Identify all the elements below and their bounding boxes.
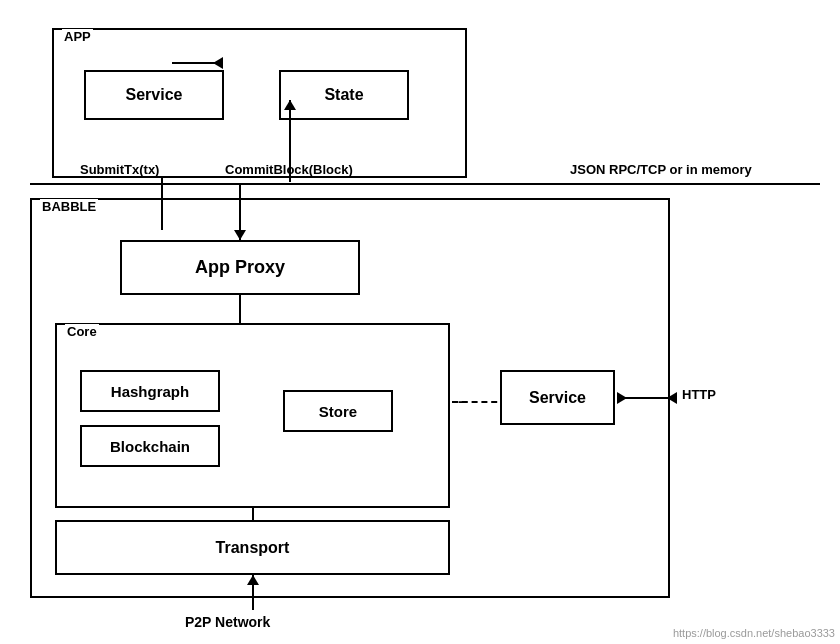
service-right-label: Service xyxy=(529,389,586,407)
arrow-state-to-service xyxy=(172,62,223,64)
commit-block-label: CommitBlock(Block) xyxy=(225,162,353,177)
service-right-box: Service xyxy=(500,370,615,425)
state-app-box: State xyxy=(279,70,409,120)
blockchain-box: Blockchain xyxy=(80,425,220,467)
hashgraph-box: Hashgraph xyxy=(80,370,220,412)
dash-separator: - xyxy=(458,393,463,409)
babble-label: BABBLE xyxy=(40,199,98,214)
state-app-label: State xyxy=(324,86,363,104)
app-proxy-label: App Proxy xyxy=(195,257,285,278)
core-label: Core xyxy=(65,324,99,339)
transport-label: Transport xyxy=(216,539,290,557)
submit-tx-label: SubmitTx(tx) xyxy=(80,162,159,177)
service-app-label: Service xyxy=(126,86,183,104)
transport-box: Transport xyxy=(55,520,450,575)
hashgraph-label: Hashgraph xyxy=(111,383,189,400)
line-core-transport xyxy=(252,508,254,520)
watermark: https://blog.csdn.net/shebao3333 xyxy=(673,627,835,639)
service-app-box: Service xyxy=(84,70,224,120)
arrow-service-http xyxy=(617,397,677,399)
line-appproxy-to-core xyxy=(239,295,241,323)
app-proxy-box: App Proxy xyxy=(120,240,360,295)
store-label: Store xyxy=(319,403,357,420)
p2p-label: P2P Network xyxy=(185,614,270,630)
arrow-below-transport xyxy=(252,575,254,610)
json-rpc-label: JSON RPC/TCP or in memory xyxy=(570,162,752,177)
diagram-container: APP Service State SubmitTx(tx) CommitBlo… xyxy=(0,0,840,644)
app-box: APP Service State xyxy=(52,28,467,178)
mid-horizontal-line xyxy=(30,183,820,185)
app-label: APP xyxy=(62,29,93,44)
http-label: HTTP xyxy=(682,387,716,402)
store-box: Store xyxy=(283,390,393,432)
blockchain-label: Blockchain xyxy=(110,438,190,455)
